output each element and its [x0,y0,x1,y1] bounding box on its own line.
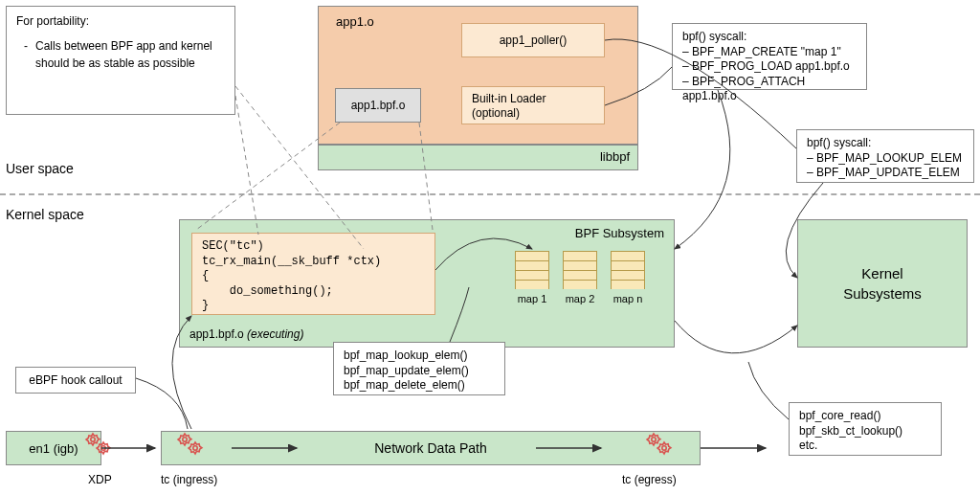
kernel-subsystems-box: Kernel Subsystems [797,219,968,348]
syscall-poll-l2: – BPF_MAP_UPDATE_ELEM [807,166,964,181]
map-helpers-callout: bpf_map_lookup_elem() bpf_map_update_ele… [333,342,505,395]
net-path-label: Network Data Path [374,440,487,456]
map-n: map n [611,251,645,304]
portability-callout: For portability: - Calls between BPF app… [6,6,235,115]
gear-icon [643,429,664,453]
app1-bpf-o-label: app1.bpf.o [351,99,406,112]
xdp-label: XDP [88,473,112,486]
map-helper-1: bpf_map_lookup_elem() [344,349,495,364]
syscall-load-callout: bpf() syscall: – BPF_MAP_CREATE "map 1" … [672,23,867,90]
loader-l2: (optional) [472,106,594,121]
map-helper-3: bpf_map_delete_elem() [344,378,495,394]
syscall-load-l2: – BPF_PROG_LOAD app1.bpf.o [682,59,857,75]
syscall-poll-l1: – BPF_MAP_LOOKUP_ELEM [807,151,964,167]
code-box: SEC("tc") tc_rx_main(__sk_buff *ctx) { d… [191,233,435,315]
tc-egress-label: tc (egress) [622,473,677,486]
syscall-poll-title: bpf() syscall: [807,136,964,151]
libbpf-bar: libbpf [318,145,638,170]
user-space-label: User space [6,161,74,176]
map-n-label: map n [611,293,645,304]
builtin-loader-box: Built-in Loader (optional) [461,86,605,124]
bpf-subsystem-title: BPF Subsystem [575,226,664,240]
kernel-sub-l2: Subsystems [843,283,922,304]
app1-poller-label: app1_poller() [500,34,568,47]
libbpf-label: libbpf [600,149,630,164]
hook-label: eBPF hook callout [29,373,122,387]
app1-poller-box: app1_poller() [461,23,605,57]
hook-callout: eBPF hook callout [15,367,136,394]
app1-bpf-o-box: app1.bpf.o [335,88,421,123]
user-kernel-divider [0,193,980,195]
portability-title: For portability: [16,12,225,30]
syscall-load-l3: – BPF_PROG_ATTACH app1.bpf.o [682,75,857,104]
net-data-path-box: Network Data Path [161,431,701,465]
portability-bullet: Calls between BPF app and kernel should … [35,37,225,72]
map-2-label: map 2 [563,293,597,304]
tc-ingress-label: tc (ingress) [161,473,217,486]
syscall-poll-callout: bpf() syscall: – BPF_MAP_LOOKUP_ELEM – B… [796,129,974,183]
map-helper-2: bpf_map_update_elem() [344,364,495,379]
nic-label: en1 (igb) [29,441,78,456]
executing-label: app1.bpf.o (executing) [189,327,303,341]
kern-helper-1: bpf_core_read() [799,409,931,424]
syscall-load-title: bpf() syscall: [682,30,857,45]
kernel-helpers-callout: bpf_core_read() bpf_skb_ct_lookup() etc. [789,402,942,456]
kernel-sub-l1: Kernel [861,263,902,283]
map-1-label: map 1 [515,293,549,304]
kern-helper-2: bpf_skb_ct_lookup() [799,424,931,439]
gear-icon [82,429,103,453]
app1-o-title: app1.o [336,14,374,29]
syscall-load-l1: – BPF_MAP_CREATE "map 1" [682,45,857,60]
map-2: map 2 [563,251,597,304]
gear-icon [174,429,195,453]
kern-helper-3: etc. [799,439,931,454]
loader-l1: Built-in Loader [472,92,594,106]
map-1: map 1 [515,251,549,304]
kernel-space-label: Kernel space [6,207,84,222]
